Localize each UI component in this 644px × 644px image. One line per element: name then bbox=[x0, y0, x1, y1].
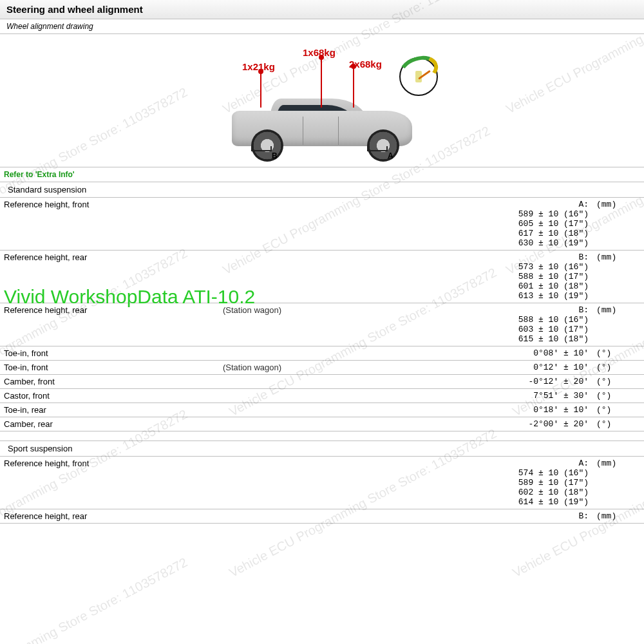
spec-row: Reference height, rear(Station wagon)B: … bbox=[0, 303, 644, 346]
spec-label: Toe-in, front bbox=[0, 361, 219, 375]
spec-variant bbox=[219, 198, 335, 251]
spec-values: B: 573 ± 10 (16") 588 ± 10 (17") 601 ± 1… bbox=[335, 251, 592, 303]
spec-variant bbox=[219, 417, 335, 431]
spec-variant bbox=[219, 346, 335, 361]
page-root: { "header":{"title":"Steering and wheel … bbox=[0, 0, 644, 644]
standard-table: Reference height, frontA: 589 ± 10 (16")… bbox=[0, 198, 644, 431]
spec-values: B: 588 ± 10 (16") 603 ± 10 (17") 615 ± 1… bbox=[335, 303, 592, 346]
spec-variant: (Station wagon) bbox=[219, 303, 335, 346]
spec-row: Reference height, frontA: 589 ± 10 (16")… bbox=[0, 198, 644, 251]
spec-variant bbox=[219, 251, 335, 303]
spec-values: 0°18' ± 10' bbox=[335, 403, 592, 417]
spec-values: 0°08' ± 10' bbox=[335, 346, 592, 361]
spec-row: Reference height, rearB: 573 ± 10 (16") … bbox=[0, 251, 644, 303]
spec-values: -2°00' ± 20' bbox=[335, 417, 592, 431]
spec-unit: (mm) bbox=[592, 251, 644, 303]
gauge-icon bbox=[399, 57, 438, 96]
load-label-rear: 2x68kg bbox=[349, 59, 382, 70]
spec-label: Reference height, front bbox=[0, 457, 219, 509]
spec-values: -0°12' ± 20' bbox=[335, 375, 592, 389]
watermark: Vehicle ECU Programming Store Store: 110… bbox=[0, 555, 190, 644]
spec-row: Castor, front7°51' ± 30'(°) bbox=[0, 389, 644, 403]
spec-unit: (mm) bbox=[592, 509, 644, 524]
spec-values: A: 589 ± 10 (16") 605 ± 10 (17") 617 ± 1… bbox=[335, 198, 592, 251]
spec-variant bbox=[219, 403, 335, 417]
spec-row: Reference height, frontA: 574 ± 10 (16")… bbox=[0, 457, 644, 509]
section-standard: Standard suspension bbox=[0, 182, 644, 198]
spec-label: Reference height, front bbox=[0, 198, 219, 251]
spec-variant bbox=[219, 457, 335, 509]
spec-values: 0°12' ± 10' bbox=[335, 361, 592, 375]
spec-label: Reference height, rear bbox=[0, 251, 219, 303]
spec-variant bbox=[219, 389, 335, 403]
section-sport: Sport suspension bbox=[0, 441, 644, 457]
spacer bbox=[0, 431, 644, 441]
spec-row: Camber, rear-2°00' ± 20'(°) bbox=[0, 417, 644, 431]
spec-label: Toe-in, rear bbox=[0, 403, 219, 417]
spec-unit: (°) bbox=[592, 375, 644, 389]
spec-variant: (Station wagon) bbox=[219, 361, 335, 375]
spec-row: Toe-in, front0°08' ± 10'(°) bbox=[0, 346, 644, 361]
spec-label: Castor, front bbox=[0, 389, 219, 403]
spec-unit: (mm) bbox=[592, 457, 644, 509]
spec-unit: (°) bbox=[592, 361, 644, 375]
spec-values: A: 574 ± 10 (16") 589 ± 10 (17") 602 ± 1… bbox=[335, 457, 592, 509]
sport-table: Reference height, frontA: 574 ± 10 (16")… bbox=[0, 457, 644, 524]
car-illustration: 1x21kg 1x68kg 2x68kg B A bbox=[213, 53, 431, 163]
spec-values: B: bbox=[335, 509, 592, 524]
spec-row: Camber, front-0°12' ± 20'(°) bbox=[0, 375, 644, 389]
spec-unit: (mm) bbox=[592, 303, 644, 346]
alignment-drawing: 1x21kg 1x68kg 2x68kg B A bbox=[0, 34, 644, 167]
spec-row: Toe-in, rear0°18' ± 10'(°) bbox=[0, 403, 644, 417]
extra-info-link[interactable]: Refer to 'Extra Info' bbox=[0, 167, 644, 182]
spec-unit: (°) bbox=[592, 346, 644, 361]
spec-label: Camber, front bbox=[0, 375, 219, 389]
spec-row: Reference height, rearB: (mm) bbox=[0, 509, 644, 524]
spec-label: Camber, rear bbox=[0, 417, 219, 431]
spec-values: 7°51' ± 30' bbox=[335, 389, 592, 403]
load-label-front: 1x21kg bbox=[242, 61, 275, 72]
ref-b: B bbox=[272, 151, 278, 160]
spec-label: Toe-in, front bbox=[0, 346, 219, 361]
drawing-title: Wheel alignment drawing bbox=[0, 19, 644, 34]
spec-unit: (°) bbox=[592, 403, 644, 417]
spec-row: Toe-in, front(Station wagon)0°12' ± 10'(… bbox=[0, 361, 644, 375]
spec-label: Reference height, rear bbox=[0, 303, 219, 346]
page-title: Steering and wheel alignment bbox=[0, 0, 644, 19]
spec-label: Reference height, rear bbox=[0, 509, 219, 524]
spec-unit: (°) bbox=[592, 389, 644, 403]
spec-variant bbox=[219, 375, 335, 389]
spec-variant bbox=[219, 509, 335, 524]
spec-unit: (mm) bbox=[592, 198, 644, 251]
ref-a: A bbox=[388, 151, 393, 160]
spec-unit: (°) bbox=[592, 417, 644, 431]
load-label-mid: 1x68kg bbox=[303, 47, 336, 58]
